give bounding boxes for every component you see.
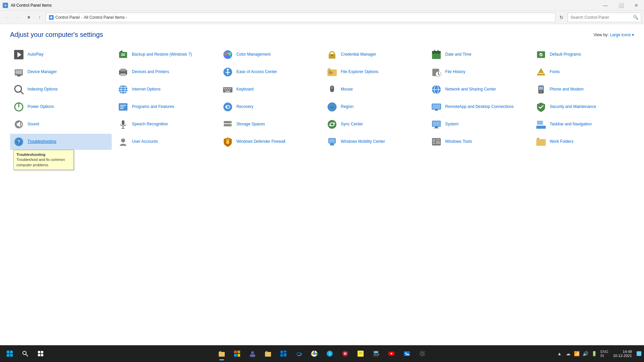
item-device-manager[interactable]: Device Manager	[10, 64, 112, 80]
taskbar-app-explorer[interactable]	[214, 346, 229, 361]
item-user-accounts[interactable]: User Accounts	[114, 134, 216, 150]
item-troubleshooting[interactable]: ?TroubleshootingTroubleshootingTroublesh…	[10, 134, 112, 150]
item-default-programs[interactable]: Default Programs	[532, 47, 634, 63]
taskbar-app-edge[interactable]	[291, 346, 306, 361]
item-security-maintenance[interactable]: Security and Maintenance	[532, 99, 634, 115]
forward-button[interactable]: →	[13, 13, 23, 22]
taskbar-app-settings[interactable]	[415, 346, 430, 361]
item-speech-recognition[interactable]: Speech Recognition	[114, 116, 216, 132]
item-devices-printers[interactable]: Devices and Printers	[114, 64, 216, 80]
item-system[interactable]: System	[428, 116, 529, 132]
taskbar-app-photo[interactable]	[399, 346, 414, 361]
item-internet-options[interactable]: Internet Options	[114, 81, 216, 98]
tray-volume[interactable]: 🔊	[582, 350, 590, 358]
item-backup-restore[interactable]: Backup and Restore (Windows 7)	[114, 47, 216, 63]
item-fonts[interactable]: Fonts	[532, 64, 634, 80]
svg-rect-125	[250, 354, 255, 357]
item-phone-modem[interactable]: Phone and Modem	[532, 81, 634, 98]
close-button[interactable]: ✕	[629, 0, 644, 11]
item-storage-spaces[interactable]: Storage Spaces	[219, 116, 321, 132]
taskview-button[interactable]	[34, 347, 48, 361]
item-recovery[interactable]: Recovery	[219, 99, 321, 115]
start-button[interactable]	[3, 347, 17, 361]
item-color-management[interactable]: Color Management	[219, 47, 321, 63]
item-keyboard[interactable]: Keyboard	[219, 81, 321, 98]
svg-rect-75	[435, 110, 438, 111]
taskbar-app-youtube[interactable]	[384, 346, 399, 361]
taskbar-app-fileexplorer2[interactable]	[261, 346, 275, 361]
item-windows-tools[interactable]: Windows Tools	[428, 134, 529, 150]
view-by-dropdown[interactable]: Large icons ▾	[610, 33, 634, 37]
taskbar-app-store[interactable]	[230, 346, 245, 361]
svg-rect-74	[432, 104, 440, 109]
up-button[interactable]: ↑	[35, 13, 44, 22]
taskbar-app-calculator[interactable]: + - ×	[369, 346, 383, 361]
icon-phone-modem	[536, 84, 546, 95]
address-icon	[49, 15, 54, 20]
taskbar-app-widgets[interactable]	[276, 346, 291, 361]
icon-power-options	[13, 102, 24, 112]
notification-button[interactable]	[637, 351, 641, 356]
item-mouse[interactable]: Mouse	[323, 81, 425, 98]
refresh-button[interactable]: ↻	[557, 13, 566, 22]
item-autoplay[interactable]: AutoPlay	[10, 47, 112, 63]
label-windows-mobility: Windows Mobility Center	[341, 139, 385, 144]
icon-fonts	[536, 67, 546, 77]
taskbar-app-sticky[interactable]	[353, 346, 368, 361]
search-button[interactable]	[18, 347, 32, 361]
tray-expand[interactable]: ▲	[555, 350, 564, 358]
label-devices-printers: Devices and Printers	[132, 69, 169, 75]
svg-rect-49	[230, 88, 231, 89]
svg-line-113	[26, 354, 28, 356]
back-button[interactable]: ←	[3, 13, 12, 22]
clock-time: 14:48	[613, 350, 632, 354]
search-input[interactable]	[571, 15, 633, 20]
svg-point-28	[227, 69, 229, 71]
item-work-folders[interactable]: Work Folders	[532, 134, 634, 150]
item-ease-of-access[interactable]: Ease of Access Center	[219, 64, 321, 80]
item-credential-manager[interactable]: Credential Manager	[323, 47, 425, 63]
item-taskbar-navigation[interactable]: Taskbar and Navigation	[532, 116, 634, 132]
tray-cloud[interactable]: ☁	[564, 350, 572, 358]
label-storage-spaces: Storage Spaces	[236, 122, 265, 127]
tray-battery[interactable]: 🔋	[590, 350, 598, 358]
tray-wifi[interactable]: 📶	[573, 350, 581, 358]
item-region[interactable]: Region	[323, 99, 425, 115]
taskbar-app-skype[interactable]: S	[322, 346, 337, 361]
taskbar-app-malwarebytes[interactable]: M	[338, 346, 353, 361]
item-remoteapp[interactable]: RemoteApp and Desktop Connections	[428, 99, 529, 115]
item-date-time[interactable]: Date and Time	[428, 47, 529, 63]
item-sync-center[interactable]: Sync Center	[323, 116, 425, 132]
item-windows-defender[interactable]: Windows Defender Firewall	[219, 134, 321, 150]
icon-programs-features	[118, 102, 128, 112]
taskbar-app-teams[interactable]	[245, 346, 260, 361]
icon-speech-recognition	[118, 119, 128, 130]
icon-taskbar-navigation	[536, 119, 546, 130]
item-file-explorer-options[interactable]: File Explorer Options	[323, 64, 425, 80]
item-power-options[interactable]: Power Options	[10, 99, 112, 115]
svg-point-14	[331, 55, 333, 56]
taskbar-app-chrome[interactable]	[307, 346, 322, 361]
svg-point-11	[226, 54, 229, 58]
address-box[interactable]: Control Panel › All Control Panel Items …	[46, 13, 555, 22]
item-indexing-options[interactable]: Indexing Options	[10, 81, 112, 98]
item-windows-mobility[interactable]: Windows Mobility Center	[323, 134, 425, 150]
label-security-maintenance: Security and Maintenance	[550, 104, 596, 110]
maximize-button[interactable]: ⬜	[613, 0, 629, 11]
svg-point-133	[313, 352, 316, 355]
svg-rect-116	[38, 354, 40, 356]
item-network-sharing[interactable]: Network and Sharing Center	[428, 81, 529, 98]
icon-recovery	[222, 102, 233, 112]
svg-rect-115	[41, 351, 43, 353]
taskbar: S M + - × ▲ ☁ 📶 🔊 🔋 ENGIN 14:4	[0, 345, 644, 362]
svg-rect-50	[225, 89, 226, 90]
search-box[interactable]: 🔍	[568, 13, 641, 22]
minimize-button[interactable]: —	[598, 0, 613, 11]
clock[interactable]: 14:48 10-12-2021	[610, 350, 635, 358]
item-sound[interactable]: Sound	[10, 116, 112, 132]
item-file-history[interactable]: File History	[428, 64, 529, 80]
recent-button[interactable]: ▼	[24, 13, 34, 22]
icon-backup-restore	[118, 49, 128, 60]
icon-windows-defender	[222, 136, 233, 147]
item-programs-features[interactable]: Programs and Features	[114, 99, 216, 115]
